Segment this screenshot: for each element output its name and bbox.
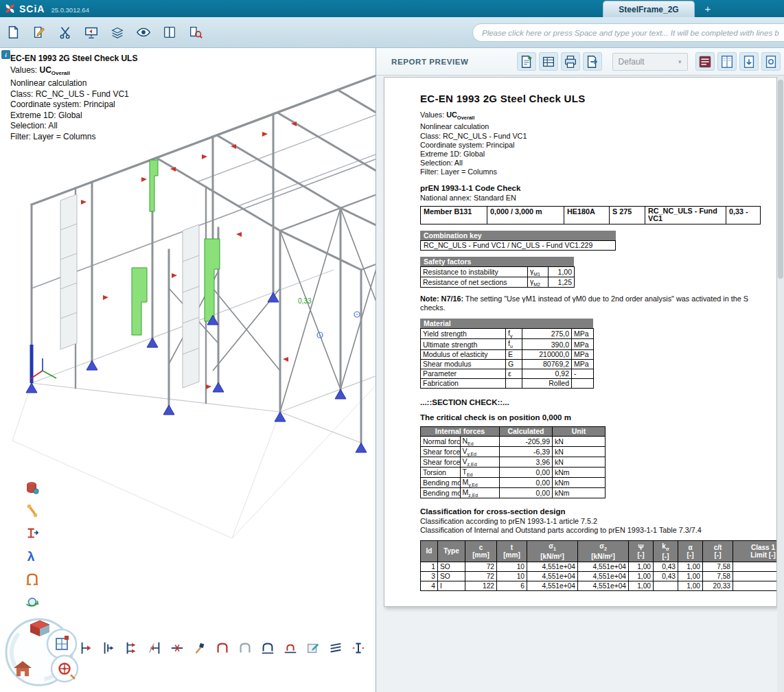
print-icon[interactable] [561, 52, 580, 71]
section-symbol-icon[interactable] [350, 640, 367, 656]
table-cell: Modulus of elasticity [421, 349, 506, 359]
page-settings-icon[interactable] [761, 52, 781, 71]
table-cell: Type [438, 540, 465, 562]
overlay-title: EC-EN 1993 2G Steel Check ULS [10, 54, 137, 65]
table-of-contents-icon[interactable] [539, 52, 558, 71]
table-cell: My,Ed [460, 477, 500, 487]
command-input[interactable] [472, 23, 784, 42]
table-cell: 1,00 [678, 571, 703, 581]
divide-member-icon[interactable] [169, 640, 185, 656]
visibility-icon[interactable] [130, 19, 157, 45]
table-cell: Fabrication [421, 378, 506, 388]
support-on-beam-icon[interactable] [101, 640, 117, 656]
report-panel: REPORT PREVIEW Default ▾ EC-EN 1993 2G S… [376, 48, 784, 692]
ground-grid [12, 383, 376, 538]
support-mirror-icon[interactable] [146, 640, 163, 656]
table-cell: 8,3 [733, 562, 778, 571]
table-cell: 72 [465, 562, 497, 571]
presentation-icon[interactable] [78, 19, 104, 45]
table-row: Shear modulusG80769,2MPa [421, 359, 594, 369]
table-cell: kσ[-] [654, 540, 678, 562]
table-cell: Internal forces [421, 426, 500, 436]
table-cell: Vy,Ed [460, 446, 500, 457]
table-cell: 1,00 [629, 581, 654, 590]
combination-key-header: Combination key [420, 231, 616, 240]
table-row: Bending momentMz,Ed0,00kNm [421, 488, 606, 498]
report-toolbar-right [695, 52, 783, 71]
table-cell: Member B131 [421, 206, 487, 224]
page-columns-icon[interactable] [717, 52, 737, 71]
bone-member-icon[interactable] [23, 502, 41, 520]
template-dropdown[interactable]: Default ▾ [612, 53, 688, 71]
table-cell: Resistance to instability [421, 266, 528, 277]
table-cell: 390,0 [522, 339, 572, 349]
ibeam-arrow-icon[interactable] [23, 524, 41, 542]
table-cell: 0,92 [522, 369, 572, 378]
arch-frame-icon[interactable] [23, 570, 41, 588]
edit-document-icon[interactable] [26, 19, 52, 45]
cylinder-gear-icon[interactable] [23, 479, 41, 497]
region-edit-icon[interactable] [305, 640, 321, 656]
help-search-icon[interactable] [183, 19, 209, 45]
export-report-icon[interactable] [583, 52, 602, 71]
info-icon[interactable]: i [1, 50, 10, 59]
report-preview-title: REPORT PREVIEW [391, 58, 469, 66]
table-cell: MPa [572, 339, 594, 349]
lambda-stability-icon[interactable] [23, 547, 41, 565]
table-cell: 1 [421, 562, 438, 571]
layers-icon[interactable] [327, 640, 344, 656]
layers-check-icon[interactable] [104, 19, 130, 45]
report-scrollbar[interactable] [777, 76, 784, 692]
code-check-heading: prEN 1993-1-1 Code Check [420, 184, 776, 192]
haunch-red-icon[interactable] [214, 640, 231, 656]
note-line: Note: N7/16: The setting "Use γM1 instea… [420, 295, 776, 303]
table-cell: 1,00 [678, 581, 703, 590]
new-document-icon[interactable] [0, 19, 26, 45]
table-cell: Shear force [421, 457, 461, 467]
main-toolbar-icons [0, 19, 209, 45]
cut-icon[interactable] [52, 19, 78, 45]
table-cell: Class 1Limit [-] [733, 540, 778, 562]
table-cell: 10 [497, 562, 527, 571]
engineering-report-icon[interactable] [695, 52, 715, 71]
report-header: REPORT PREVIEW Default ▾ [376, 48, 784, 76]
table-cell: ε [506, 369, 522, 378]
table-cell: fu [506, 339, 522, 349]
haunch-base-icon[interactable] [260, 640, 276, 656]
table-row: Resistance of net sectionsγM21,25 [421, 277, 575, 287]
national-annex-line: National annex: Standard EN [420, 194, 776, 203]
viewport-3d[interactable]: 0,33 i EC-EN 1993 2G Steel Check ULS Val… [0, 48, 376, 692]
table-cell: Vz,Ed [460, 457, 500, 467]
add-report-item-icon[interactable] [517, 52, 536, 71]
orbit-load-icon[interactable] [23, 592, 41, 610]
table-cell: Shear modulus [421, 359, 506, 369]
table-cell: 4,551e+04 [578, 562, 629, 571]
navigation-wheel[interactable] [0, 613, 91, 692]
table-cell: 1,00 [549, 266, 575, 277]
table-cell: NEd [460, 436, 500, 446]
table-cell: Normal force [421, 436, 461, 446]
table-cell: 4,551e+04 [578, 581, 629, 590]
page-export-icon[interactable] [739, 52, 759, 71]
new-tab-button[interactable]: + [701, 0, 715, 17]
hammer-tool-icon[interactable] [192, 640, 208, 656]
haunch-gray-icon[interactable] [237, 640, 253, 656]
table-cell: 6 [497, 581, 527, 590]
classification-heading: Classification for cross-section design [420, 507, 776, 516]
classification-line-2: Classification of Internal and Outstand … [420, 526, 776, 535]
scrollbar-thumb[interactable] [778, 80, 783, 279]
project-tab[interactable]: SteelFrame_2G [603, 1, 695, 17]
report-values-line: Values: UCOverall [420, 111, 776, 122]
classification-line-1: Classification according to prEN 1993-1-… [420, 517, 776, 526]
node-markers [317, 312, 360, 338]
line-support-icon[interactable] [124, 640, 140, 656]
chevron-down-icon: ▾ [678, 58, 682, 65]
material-header: Material [420, 319, 593, 328]
table-cell: 3 [421, 571, 438, 581]
library-icon[interactable] [157, 19, 183, 45]
opening-icon[interactable] [282, 640, 299, 656]
result-value-label: 0,33 [298, 297, 312, 305]
check-structure-icon[interactable] [373, 640, 376, 656]
table-cell: Bending moment [421, 488, 461, 498]
table-cell: 210000,0 [522, 349, 572, 359]
